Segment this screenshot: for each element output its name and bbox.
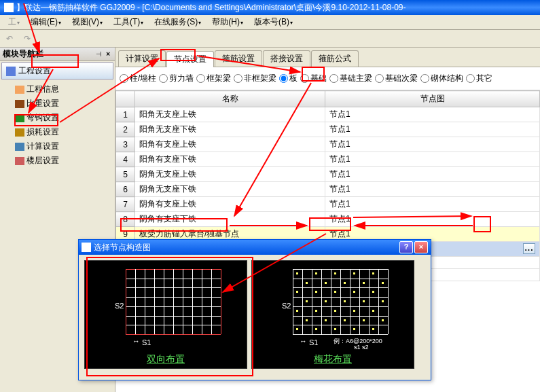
toolbar: ↶ ↷: [0, 30, 540, 48]
dialog-icon: [82, 243, 91, 252]
radio-foundation-main[interactable]: 基础主梁: [329, 73, 372, 84]
calc-icon: [15, 143, 24, 151]
window-titlebar: 】联达—钢筋抽样软件 GGJ2009 - [C:\Documents and S…: [0, 0, 540, 15]
table-row[interactable]: 5阴角无支座上铁节点1: [116, 167, 540, 182]
cell-name[interactable]: 阳角无支座下铁: [135, 122, 325, 137]
diagram-bidirectional[interactable]: S2 ↔ S1 双向布置: [84, 260, 247, 369]
row-number: 2: [116, 122, 135, 137]
radio-other[interactable]: 其它: [466, 73, 492, 84]
pin-icon[interactable]: ⊣: [94, 50, 104, 58]
table-row[interactable]: 6阴角无支座下铁节点1: [116, 182, 540, 197]
diagram-caption-2: 梅花布置: [252, 353, 414, 366]
tab-stirrup-formula[interactable]: 箍筋公式: [311, 50, 359, 67]
table-row[interactable]: 1阳角无支座上铁节点1: [116, 107, 540, 122]
arrow-h2: ↔: [300, 337, 307, 345]
nav-title: 模块导航栏: [3, 48, 94, 60]
diagram-caption-1: 双向布置: [85, 353, 247, 366]
row-number: 7: [116, 197, 135, 212]
radio-foundation-sec[interactable]: 基础次梁: [375, 73, 418, 84]
nav-item-project-info[interactable]: 工程信息: [3, 82, 112, 96]
cell-name[interactable]: 阴角有支座上铁: [135, 197, 325, 212]
cell-node[interactable]: 节点1: [325, 107, 540, 122]
radio-column[interactable]: 柱/墙柱: [120, 73, 156, 84]
menu-file[interactable]: 工▾: [3, 16, 25, 28]
cell-node[interactable]: 节点1: [325, 197, 540, 212]
tabs: 计算设置 节点设置 箍筋设置 搭接设置 箍筋公式: [115, 48, 540, 67]
cell-node[interactable]: 节点1: [325, 137, 540, 152]
diagram-plum[interactable]: S2 ↔ S1 例：A6@200*200 s1 s2 梅花布置: [251, 260, 414, 369]
nav-item-floor[interactable]: 楼层设置: [3, 154, 112, 168]
component-radios: 柱/墙柱 剪力墙 框架梁 非框架梁 板 基础 基础主梁 基础次梁 砌体结构 其它: [115, 67, 540, 90]
toolbar-undo[interactable]: ↶: [3, 32, 16, 46]
cell-name[interactable]: 阳角有支座下铁: [135, 152, 325, 167]
cell-node[interactable]: 节点1: [325, 182, 540, 197]
radio-shearwall[interactable]: 剪力墙: [159, 73, 194, 84]
nav-tree: 工程信息 比重设置 弯钩设置 损耗设置 计算设置 楼层设置: [0, 81, 115, 169]
s1-label: S1: [142, 338, 151, 346]
radio-nonframe-beam[interactable]: 非框架梁: [234, 73, 276, 84]
row-number: 1: [116, 107, 135, 122]
floor-icon: [15, 157, 24, 165]
dialog-title: 选择节点构造图: [94, 242, 398, 253]
dialog-help-button[interactable]: ?: [399, 241, 413, 253]
nav-header: 模块导航栏 ⊣ ×: [0, 48, 115, 61]
row-number: 6: [116, 182, 135, 197]
window-title: 】联达—钢筋抽样软件 GGJ2009 - [C:\Documents and S…: [16, 0, 536, 15]
radio-frame-beam[interactable]: 框架梁: [196, 73, 231, 84]
cell-name[interactable]: 阴角有支座下铁: [135, 212, 325, 227]
scale-icon: [15, 100, 24, 108]
cell-node[interactable]: 节点1: [325, 152, 540, 167]
nav-item-loss[interactable]: 损耗设置: [3, 125, 112, 139]
s1-label-2: S1: [309, 338, 318, 346]
cell-name[interactable]: 阴角无支座上铁: [135, 167, 325, 182]
menu-online[interactable]: 在线服务(S)▾: [149, 16, 206, 28]
info-icon: [15, 86, 24, 94]
cell-node[interactable]: 节点1: [325, 122, 540, 137]
nav-item-weight[interactable]: 比重设置: [3, 96, 112, 111]
dialog-close-button[interactable]: ×: [414, 241, 428, 253]
radio-masonry[interactable]: 砌体结构: [420, 73, 463, 84]
tab-calc-settings[interactable]: 计算设置: [118, 50, 166, 67]
s2-label: S2: [115, 302, 124, 310]
menu-tools[interactable]: 工具(T)▾: [108, 16, 149, 28]
radio-foundation[interactable]: 基础: [300, 73, 327, 84]
nav-item-hook[interactable]: 弯钩设置: [3, 111, 112, 125]
menu-version[interactable]: 版本号(B)▾: [249, 16, 298, 28]
radio-slab[interactable]: 板: [279, 73, 298, 84]
sub-label: s1 s2: [354, 344, 369, 351]
toolbar-redo[interactable]: ↷: [20, 32, 34, 46]
dialog-titlebar[interactable]: 选择节点构造图 ? ×: [79, 240, 431, 255]
nav-category-project[interactable]: 工程设置: [1, 63, 113, 79]
cell-node[interactable]: 节点1: [325, 212, 540, 227]
col-rownum: [116, 91, 135, 107]
table-row[interactable]: 8阴角有支座下铁节点1: [116, 212, 540, 227]
tab-stirrup-settings[interactable]: 箍筋设置: [215, 50, 262, 67]
tab-lap-settings[interactable]: 搭接设置: [263, 50, 310, 67]
col-node: 节点图: [325, 91, 540, 107]
menu-help[interactable]: 帮助(H)▾: [206, 16, 249, 28]
cell-name[interactable]: 阳角无支座上铁: [135, 107, 325, 122]
ellipsis-button[interactable]: ...: [523, 243, 535, 254]
s2-label-2: S2: [282, 302, 291, 310]
node-diagram-dialog: 选择节点构造图 ? × S2 ↔ S1 双向布置 S2 ↔ S1 例：A6@20…: [78, 239, 431, 380]
table-row[interactable]: 4阳角有支座下铁节点1: [116, 152, 540, 167]
table-row[interactable]: 3阳角有支座上铁节点1: [116, 137, 540, 152]
cell-node[interactable]: 节点1: [325, 167, 540, 182]
table-row[interactable]: 7阴角有支座上铁节点1: [116, 197, 540, 212]
table-row[interactable]: 2阳角无支座下铁节点1: [116, 122, 540, 137]
app-icon: [4, 3, 14, 12]
cell-name[interactable]: 阴角无支座下铁: [135, 182, 325, 197]
row-number: 3: [116, 137, 135, 152]
tab-node-settings[interactable]: 节点设置: [166, 51, 214, 67]
nav-item-calc[interactable]: 计算设置: [3, 139, 112, 154]
loss-icon: [15, 128, 24, 137]
row-number: 4: [116, 152, 135, 167]
menu-view[interactable]: 视图(V)▾: [67, 16, 108, 28]
menu-edit[interactable]: 编辑(E)▾: [25, 16, 67, 28]
row-number: 8: [116, 212, 135, 227]
cell-name[interactable]: 阳角有支座上铁: [135, 137, 325, 152]
close-panel-icon[interactable]: ×: [104, 50, 112, 58]
row-number: 5: [116, 167, 135, 182]
menubar: 工▾ 编辑(E)▾ 视图(V)▾ 工具(T)▾ 在线服务(S)▾ 帮助(H)▾ …: [0, 15, 540, 30]
nav-category-label: 工程设置: [18, 65, 51, 77]
